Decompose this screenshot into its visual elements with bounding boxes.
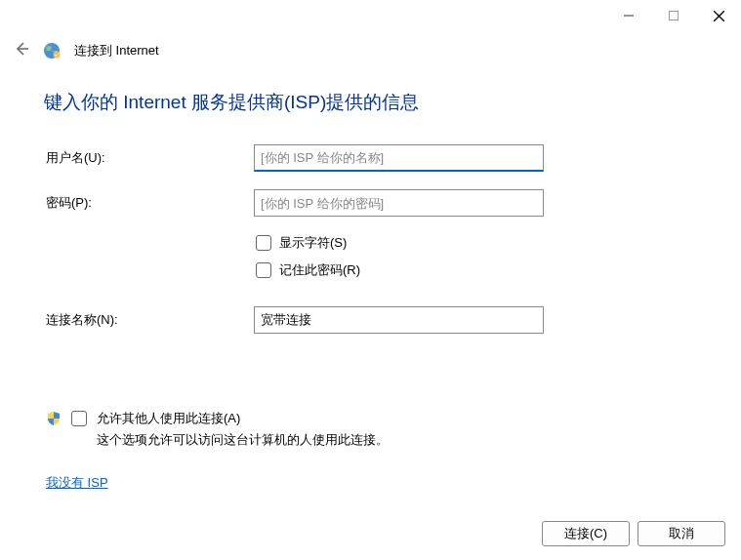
show-chars-checkbox[interactable]	[256, 235, 271, 251]
username-label: 用户名(U):	[44, 149, 254, 167]
remember-pw-row: 记住此密码(R)	[256, 261, 697, 279]
no-isp-link[interactable]: 我没有 ISP	[46, 474, 108, 492]
svg-rect-1	[670, 12, 679, 20]
cancel-button[interactable]: 取消	[638, 521, 725, 546]
allow-others-checkbox[interactable]	[71, 411, 87, 426]
globe-icon	[43, 42, 61, 60]
back-arrow-icon[interactable]	[14, 41, 29, 60]
close-button[interactable]	[696, 0, 741, 31]
maximize-button[interactable]	[651, 0, 696, 31]
connect-button[interactable]: 连接(C)	[542, 521, 630, 546]
allow-row: 允许其他人使用此连接(A)	[46, 410, 697, 427]
allow-section: 允许其他人使用此连接(A) 这个选项允许可以访问这台计算机的人使用此连接。	[44, 410, 697, 449]
minimize-button[interactable]	[606, 0, 651, 31]
conn-name-label: 连接名称(N):	[44, 311, 254, 329]
username-input[interactable]	[254, 144, 544, 172]
allow-others-desc: 这个选项允许可以访问这台计算机的人使用此连接。	[97, 431, 697, 449]
password-label: 密码(P):	[44, 194, 254, 212]
conn-name-row: 连接名称(N):	[44, 306, 697, 334]
show-chars-row: 显示字符(S)	[256, 234, 697, 252]
svg-point-7	[54, 52, 61, 59]
page-heading: 键入你的 Internet 服务提供商(ISP)提供的信息	[44, 90, 697, 115]
content-area: 键入你的 Internet 服务提供商(ISP)提供的信息 用户名(U): 密码…	[0, 60, 741, 492]
password-row: 密码(P):	[44, 189, 697, 217]
password-input[interactable]	[254, 189, 544, 217]
show-chars-label: 显示字符(S)	[279, 234, 347, 252]
remember-pw-checkbox[interactable]	[256, 262, 271, 278]
title-bar	[0, 0, 741, 31]
window-title: 连接到 Internet	[74, 42, 159, 60]
conn-name-input[interactable]	[254, 306, 544, 334]
remember-pw-label: 记住此密码(R)	[279, 261, 360, 279]
allow-others-label: 允许其他人使用此连接(A)	[97, 410, 240, 427]
wizard-header: 连接到 Internet	[0, 31, 741, 60]
svg-point-6	[46, 46, 52, 50]
username-row: 用户名(U):	[44, 144, 697, 172]
shield-icon	[46, 411, 62, 426]
footer-buttons: 连接(C) 取消	[542, 521, 725, 546]
